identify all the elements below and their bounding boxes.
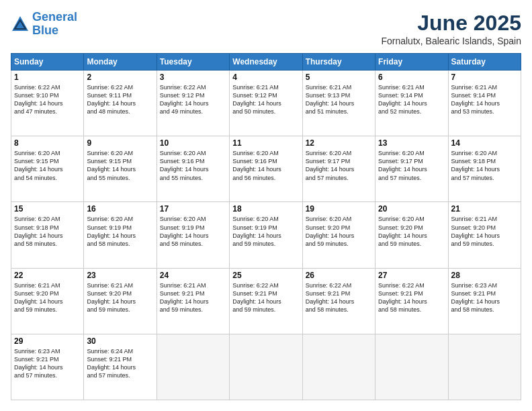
table-row: 22Sunrise: 6:21 AM Sunset: 9:20 PM Dayli…	[11, 268, 84, 334]
table-row: 12Sunrise: 6:20 AM Sunset: 9:17 PM Dayli…	[302, 136, 375, 202]
logo-general: General	[32, 10, 77, 24]
day-info: Sunrise: 6:20 AM Sunset: 9:16 PM Dayligh…	[160, 149, 226, 182]
day-info: Sunrise: 6:20 AM Sunset: 9:17 PM Dayligh…	[306, 149, 372, 182]
table-row: 20Sunrise: 6:20 AM Sunset: 9:20 PM Dayli…	[375, 202, 448, 268]
col-wednesday: Wednesday	[230, 54, 302, 71]
day-number: 4	[232, 73, 299, 82]
day-number: 1	[14, 73, 81, 82]
table-row: 5Sunrise: 6:21 AM Sunset: 9:13 PM Daylig…	[302, 71, 375, 136]
day-number: 6	[378, 73, 445, 82]
day-info: Sunrise: 6:21 AM Sunset: 9:14 PM Dayligh…	[378, 83, 445, 116]
day-number: 7	[451, 73, 518, 82]
day-info: Sunrise: 6:20 AM Sunset: 9:16 PM Dayligh…	[232, 149, 299, 182]
day-number: 21	[451, 204, 518, 214]
table-row	[375, 334, 448, 400]
table-row: 14Sunrise: 6:20 AM Sunset: 9:18 PM Dayli…	[448, 136, 521, 202]
calendar-header-row: Sunday Monday Tuesday Wednesday Thursday…	[11, 54, 521, 71]
day-number: 5	[306, 73, 372, 82]
page: General Blue June 2025 Fornalutx, Balear…	[0, 0, 532, 411]
day-info: Sunrise: 6:22 AM Sunset: 9:12 PM Dayligh…	[160, 83, 226, 116]
day-number: 30	[87, 336, 153, 346]
table-row: 11Sunrise: 6:20 AM Sunset: 9:16 PM Dayli…	[230, 136, 302, 202]
day-info: Sunrise: 6:24 AM Sunset: 9:21 PM Dayligh…	[87, 347, 153, 380]
table-row: 24Sunrise: 6:21 AM Sunset: 9:21 PM Dayli…	[157, 268, 229, 334]
table-row: 23Sunrise: 6:21 AM Sunset: 9:20 PM Dayli…	[84, 268, 157, 334]
table-row	[302, 334, 375, 400]
day-info: Sunrise: 6:21 AM Sunset: 9:20 PM Dayligh…	[451, 215, 518, 248]
day-info: Sunrise: 6:20 AM Sunset: 9:20 PM Dayligh…	[306, 215, 372, 248]
day-number: 25	[232, 271, 299, 280]
table-row: 7Sunrise: 6:21 AM Sunset: 9:14 PM Daylig…	[448, 71, 521, 136]
day-info: Sunrise: 6:20 AM Sunset: 9:20 PM Dayligh…	[378, 215, 445, 248]
day-number: 26	[306, 271, 372, 280]
table-row: 13Sunrise: 6:20 AM Sunset: 9:17 PM Dayli…	[375, 136, 448, 202]
calendar-week-row: 22Sunrise: 6:21 AM Sunset: 9:20 PM Dayli…	[11, 268, 521, 334]
calendar-table: Sunday Monday Tuesday Wednesday Thursday…	[11, 53, 521, 400]
day-number: 10	[160, 138, 226, 148]
day-info: Sunrise: 6:21 AM Sunset: 9:12 PM Dayligh…	[232, 83, 299, 116]
table-row: 2Sunrise: 6:22 AM Sunset: 9:11 PM Daylig…	[84, 71, 157, 136]
table-row: 15Sunrise: 6:20 AM Sunset: 9:18 PM Dayli…	[11, 202, 84, 268]
day-info: Sunrise: 6:20 AM Sunset: 9:18 PM Dayligh…	[14, 215, 81, 248]
day-info: Sunrise: 6:20 AM Sunset: 9:19 PM Dayligh…	[160, 215, 226, 248]
day-info: Sunrise: 6:23 AM Sunset: 9:21 PM Dayligh…	[14, 347, 81, 380]
calendar-week-row: 15Sunrise: 6:20 AM Sunset: 9:18 PM Dayli…	[11, 202, 521, 268]
calendar-week-row: 1Sunrise: 6:22 AM Sunset: 9:10 PM Daylig…	[11, 71, 521, 136]
calendar-week-row: 8Sunrise: 6:20 AM Sunset: 9:15 PM Daylig…	[11, 136, 521, 202]
day-number: 27	[378, 271, 445, 280]
table-row: 16Sunrise: 6:20 AM Sunset: 9:19 PM Dayli…	[84, 202, 157, 268]
day-number: 11	[232, 138, 299, 148]
table-row: 25Sunrise: 6:22 AM Sunset: 9:21 PM Dayli…	[230, 268, 302, 334]
title-block: June 2025 Fornalutx, Balearic Islands, S…	[381, 11, 521, 46]
day-number: 24	[160, 271, 226, 280]
day-info: Sunrise: 6:22 AM Sunset: 9:10 PM Dayligh…	[14, 83, 81, 116]
col-saturday: Saturday	[448, 54, 521, 71]
day-info: Sunrise: 6:20 AM Sunset: 9:17 PM Dayligh…	[378, 149, 445, 182]
day-number: 3	[160, 73, 226, 82]
day-number: 19	[306, 204, 372, 214]
table-row: 30Sunrise: 6:24 AM Sunset: 9:21 PM Dayli…	[84, 334, 157, 400]
month-year: June 2025	[381, 11, 521, 36]
table-row: 28Sunrise: 6:23 AM Sunset: 9:21 PM Dayli…	[448, 268, 521, 334]
table-row: 3Sunrise: 6:22 AM Sunset: 9:12 PM Daylig…	[157, 71, 229, 136]
day-number: 20	[378, 204, 445, 214]
day-info: Sunrise: 6:20 AM Sunset: 9:18 PM Dayligh…	[451, 149, 518, 182]
table-row: 10Sunrise: 6:20 AM Sunset: 9:16 PM Dayli…	[157, 136, 229, 202]
day-number: 9	[87, 138, 153, 148]
day-number: 15	[14, 204, 81, 214]
location: Fornalutx, Balearic Islands, Spain	[381, 36, 521, 46]
logo-icon	[11, 15, 30, 34]
table-row: 9Sunrise: 6:20 AM Sunset: 9:15 PM Daylig…	[84, 136, 157, 202]
day-number: 16	[87, 204, 153, 214]
day-info: Sunrise: 6:21 AM Sunset: 9:13 PM Dayligh…	[306, 83, 372, 116]
day-info: Sunrise: 6:20 AM Sunset: 9:15 PM Dayligh…	[87, 149, 153, 182]
table-row: 21Sunrise: 6:21 AM Sunset: 9:20 PM Dayli…	[448, 202, 521, 268]
table-row: 19Sunrise: 6:20 AM Sunset: 9:20 PM Dayli…	[302, 202, 375, 268]
day-info: Sunrise: 6:21 AM Sunset: 9:21 PM Dayligh…	[160, 281, 226, 314]
table-row	[230, 334, 302, 400]
day-number: 12	[306, 138, 372, 148]
day-number: 13	[378, 138, 445, 148]
table-row: 26Sunrise: 6:22 AM Sunset: 9:21 PM Dayli…	[302, 268, 375, 334]
logo-text: General Blue	[32, 11, 77, 38]
table-row: 8Sunrise: 6:20 AM Sunset: 9:15 PM Daylig…	[11, 136, 84, 202]
calendar-week-row: 29Sunrise: 6:23 AM Sunset: 9:21 PM Dayli…	[11, 334, 521, 400]
table-row: 18Sunrise: 6:20 AM Sunset: 9:19 PM Dayli…	[230, 202, 302, 268]
table-row	[448, 334, 521, 400]
table-row: 4Sunrise: 6:21 AM Sunset: 9:12 PM Daylig…	[230, 71, 302, 136]
col-tuesday: Tuesday	[157, 54, 229, 71]
day-number: 14	[451, 138, 518, 148]
day-info: Sunrise: 6:22 AM Sunset: 9:21 PM Dayligh…	[232, 281, 299, 314]
table-row: 27Sunrise: 6:22 AM Sunset: 9:21 PM Dayli…	[375, 268, 448, 334]
col-friday: Friday	[375, 54, 448, 71]
table-row: 1Sunrise: 6:22 AM Sunset: 9:10 PM Daylig…	[11, 71, 84, 136]
col-monday: Monday	[84, 54, 157, 71]
day-info: Sunrise: 6:21 AM Sunset: 9:14 PM Dayligh…	[451, 83, 518, 116]
logo: General Blue	[11, 11, 77, 38]
day-info: Sunrise: 6:22 AM Sunset: 9:11 PM Dayligh…	[87, 83, 153, 116]
day-number: 22	[14, 271, 81, 280]
day-number: 8	[14, 138, 81, 148]
day-number: 2	[87, 73, 153, 82]
day-number: 17	[160, 204, 226, 214]
table-row: 17Sunrise: 6:20 AM Sunset: 9:19 PM Dayli…	[157, 202, 229, 268]
